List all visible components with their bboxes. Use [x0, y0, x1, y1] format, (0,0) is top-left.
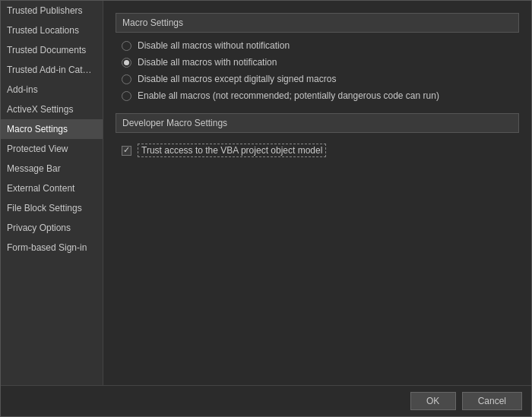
developer-settings-title: Developer Macro Settings [116, 113, 519, 133]
sidebar-item-file-block-settings[interactable]: File Block Settings [1, 198, 103, 218]
radio-label-macro-opt-4: Enable all macros (not recommended; pote… [138, 90, 439, 101]
trust-center-dialog: Trusted PublishersTrusted LocationsTrust… [0, 0, 532, 417]
developer-checkbox-option[interactable]: Trust access to the VBA project object m… [116, 141, 519, 160]
radio-input-macro-opt-1[interactable] [122, 41, 131, 51]
radio-label-macro-opt-2: Disable all macros with notification [138, 57, 277, 68]
radio-option-macro-opt-3[interactable]: Disable all macros except digitally sign… [122, 74, 519, 84]
sidebar-item-trusted-documents[interactable]: Trusted Documents [1, 40, 103, 60]
macro-options-group: Disable all macros without notificationD… [116, 40, 519, 101]
sidebar-item-message-bar[interactable]: Message Bar [1, 159, 103, 178]
radio-input-macro-opt-4[interactable] [122, 91, 131, 101]
sidebar-item-activex-settings[interactable]: ActiveX Settings [1, 100, 103, 119]
vba-project-label[interactable]: Trust access to the VBA project object m… [138, 144, 326, 157]
radio-label-macro-opt-3: Disable all macros except digitally sign… [138, 74, 336, 84]
radio-option-macro-opt-4[interactable]: Enable all macros (not recommended; pote… [122, 90, 519, 101]
dialog-footer: OK Cancel [1, 385, 531, 416]
developer-section: Developer Macro Settings Trust access to… [116, 113, 519, 160]
radio-option-macro-opt-2[interactable]: Disable all macros with notification [122, 57, 519, 68]
sidebar-item-privacy-options[interactable]: Privacy Options [1, 218, 103, 238]
sidebar-item-trusted-publishers[interactable]: Trusted Publishers [1, 1, 103, 21]
cancel-button[interactable]: Cancel [462, 392, 522, 410]
content-area: Macro Settings Disable all macros withou… [103, 1, 531, 385]
macro-settings-title: Macro Settings [116, 13, 519, 33]
sidebar-item-macro-settings[interactable]: Macro Settings [1, 119, 103, 139]
radio-option-macro-opt-1[interactable]: Disable all macros without notification [122, 40, 519, 51]
sidebar: Trusted PublishersTrusted LocationsTrust… [1, 1, 103, 385]
vba-project-checkbox[interactable] [122, 146, 131, 156]
ok-button[interactable]: OK [410, 392, 456, 410]
dialog-body: Trusted PublishersTrusted LocationsTrust… [1, 1, 531, 385]
radio-label-macro-opt-1: Disable all macros without notification [138, 40, 290, 51]
sidebar-item-form-based-signin[interactable]: Form-based Sign-in [1, 238, 103, 257]
sidebar-item-external-content[interactable]: External Content [1, 178, 103, 198]
radio-input-macro-opt-2[interactable] [122, 58, 131, 68]
sidebar-item-trusted-locations[interactable]: Trusted Locations [1, 21, 103, 40]
sidebar-item-trusted-addin-catalogs[interactable]: Trusted Add-in Catalogs [1, 60, 103, 80]
sidebar-item-add-ins[interactable]: Add-ins [1, 80, 103, 100]
sidebar-item-protected-view[interactable]: Protected View [1, 139, 103, 159]
radio-input-macro-opt-3[interactable] [122, 74, 131, 84]
